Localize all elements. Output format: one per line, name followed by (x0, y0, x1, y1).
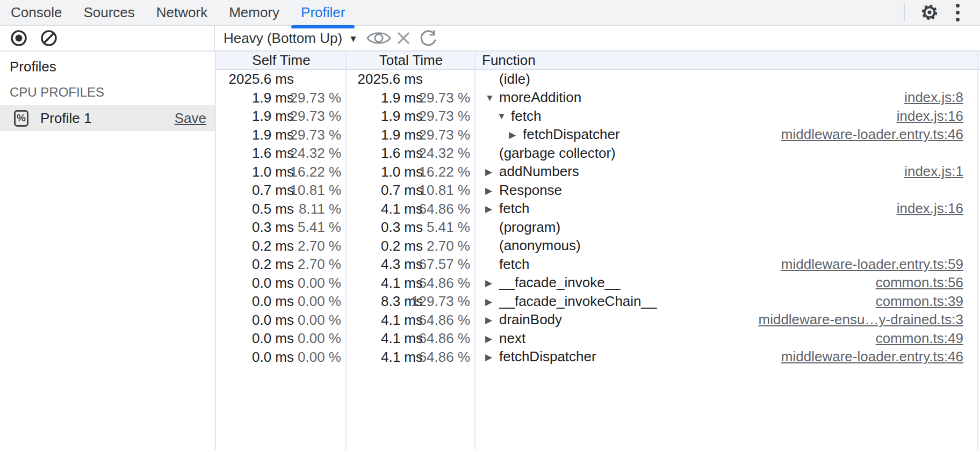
profile-table-row[interactable]: 0.5 ms 8.11 % 4.1 ms 64.86 % ▶ fetch ind… (216, 200, 980, 218)
expand-arrow-icon[interactable] (485, 78, 499, 79)
expand-arrow-icon[interactable]: ▶ (509, 128, 523, 141)
self-time-percent: 2.70 % (298, 237, 341, 256)
profile-table-row[interactable]: 1.9 ms 29.73 % 1.9 ms 29.73 % ▼ moreAddi… (216, 89, 980, 107)
tab-label: Memory (229, 4, 279, 21)
total-time-value: 1.9 ms (381, 89, 423, 107)
profile-table-row[interactable]: 0.0 ms 0.00 % 4.1 ms 64.86 % ▶ drainBody… (216, 311, 980, 330)
self-time-percent: 0.00 % (298, 329, 341, 348)
view-mode-label: Heavy (Bottom Up) (224, 30, 342, 47)
self-time-value: 0.2 ms (252, 255, 294, 274)
profile-table-row[interactable]: 0.2 ms 2.70 % 0.2 ms 2.70 % (anonymous) (216, 237, 980, 256)
total-time-cell: 8.3 ms 129.73 % (347, 292, 475, 311)
column-divider[interactable] (345, 52, 347, 450)
function-name: fetch (499, 256, 529, 273)
column-header-self-time[interactable]: Self Time (216, 52, 347, 69)
total-time-cell: 2025.6 ms (347, 70, 475, 89)
self-time-percent: 5.41 % (298, 218, 341, 237)
record-button[interactable] (6, 26, 31, 50)
function-name: (garbage collector) (499, 145, 616, 162)
source-link[interactable]: middleware-loader.entry.ts:46 (781, 348, 980, 365)
expand-arrow-icon[interactable]: ▶ (485, 276, 499, 289)
clear-profiles-button[interactable] (37, 26, 61, 50)
devtools-tab[interactable]: Sources (73, 0, 145, 25)
function-name: (idle) (499, 71, 530, 88)
source-link[interactable]: middleware-loader.entry.ts:59 (781, 256, 980, 273)
more-options-button[interactable] (943, 0, 971, 25)
profile-table-row[interactable]: 2025.6 ms 2025.6 ms (idle) (216, 70, 980, 89)
devtools-tab[interactable]: Console (0, 0, 73, 25)
total-time-percent: 64.86 % (419, 329, 470, 348)
total-time-percent: 29.73 % (419, 107, 470, 126)
profile-table-row[interactable]: 0.3 ms 5.41 % 0.3 ms 5.41 % (program) (216, 218, 980, 237)
cpu-profiles-section-heading: CPU PROFILES (0, 79, 215, 105)
expand-arrow-icon[interactable]: ▶ (485, 202, 499, 215)
devtools-tab[interactable]: Network (146, 0, 218, 25)
expand-arrow-icon[interactable]: ▶ (485, 184, 499, 196)
expand-arrow-icon[interactable]: ▶ (485, 351, 499, 363)
sidebar-item-profile-1[interactable]: % Profile 1 Save (0, 105, 215, 131)
devtools-tab[interactable]: Profiler (290, 0, 356, 25)
function-name: fetch (499, 200, 529, 217)
total-time-percent: 64.86 % (419, 311, 470, 330)
profile-table-row[interactable]: 0.0 ms 0.00 % 8.3 ms 129.73 % ▶ __facade… (216, 292, 980, 311)
devtools-tab[interactable]: Memory (218, 0, 290, 25)
source-link[interactable]: index.js:1 (904, 163, 980, 180)
grid-body: 2025.6 ms 2025.6 ms (idle) (216, 70, 980, 366)
profile-name: Profile 1 (40, 110, 163, 127)
profile-table-row[interactable]: 0.2 ms 2.70 % 4.3 ms 67.57 % fetch middl… (216, 255, 980, 274)
source-link[interactable]: index.js:16 (897, 108, 980, 125)
source-link[interactable]: middleware-loader.entry.ts:46 (781, 126, 980, 143)
function-name: __facade_invoke__ (499, 274, 621, 291)
self-time-percent: 0.00 % (298, 311, 341, 330)
profile-table-row[interactable]: 1.6 ms 24.32 % 1.6 ms 24.32 % (garbage c… (216, 144, 980, 163)
expand-arrow-icon[interactable] (485, 264, 499, 265)
function-name: moreAddition (499, 89, 581, 106)
expand-arrow-icon[interactable] (485, 245, 499, 246)
profile-table-row[interactable]: 1.9 ms 29.73 % 1.9 ms 29.73 % ▶ fetchDis… (216, 126, 980, 144)
source-link[interactable]: common.ts:49 (876, 330, 980, 347)
expand-arrow-icon[interactable]: ▶ (485, 332, 499, 345)
expand-arrow-icon[interactable]: ▶ (485, 314, 499, 326)
restore-functions-button[interactable] (416, 26, 441, 50)
view-mode-dropdown[interactable]: Heavy (Bottom Up) ▼ (224, 30, 358, 47)
source-link[interactable]: common.ts:56 (876, 274, 980, 291)
profile-table-row[interactable]: 1.9 ms 29.73 % 1.9 ms 29.73 % ▼ fetch in… (216, 107, 980, 126)
source-link[interactable]: index.js:16 (897, 200, 980, 217)
profile-table-row[interactable]: 0.0 ms 0.00 % 4.1 ms 64.86 % ▶ next comm… (216, 329, 980, 348)
total-time-percent: 24.32 % (419, 144, 470, 163)
total-time-cell: 4.1 ms 64.86 % (347, 348, 475, 367)
self-time-value: 0.0 ms (252, 348, 294, 367)
self-time-value: 2025.6 ms (229, 70, 294, 89)
exclude-function-button[interactable] (391, 26, 416, 50)
self-time-value: 0.0 ms (252, 329, 294, 348)
column-header-function[interactable]: Function (475, 52, 980, 69)
function-name: (anonymous) (499, 237, 581, 254)
column-header-total-time[interactable]: Total Time (347, 52, 475, 69)
profile-table-row[interactable]: 0.7 ms 10.81 % 0.7 ms 10.81 % ▶ Response (216, 181, 980, 200)
focus-function-button[interactable] (366, 26, 391, 50)
expand-arrow-icon[interactable]: ▶ (485, 295, 499, 308)
self-time-cell: 1.6 ms 24.32 % (216, 144, 347, 163)
self-time-percent: 29.73 % (290, 89, 341, 107)
source-link[interactable]: index.js:8 (904, 89, 980, 106)
eye-icon (366, 30, 391, 47)
total-time-cell: 4.1 ms 64.86 % (347, 274, 475, 293)
profile-table-row[interactable]: 0.0 ms 0.00 % 4.1 ms 64.86 % ▶ fetchDisp… (216, 348, 980, 367)
self-time-value: 0.3 ms (252, 218, 294, 237)
self-time-cell: 1.0 ms 16.22 % (216, 163, 347, 181)
expand-arrow-icon[interactable] (485, 227, 499, 228)
expand-arrow-icon[interactable] (485, 152, 499, 154)
expand-arrow-icon[interactable]: ▼ (485, 92, 499, 104)
profile-table-row[interactable]: 0.0 ms 0.00 % 4.1 ms 64.86 % ▶ __facade_… (216, 274, 980, 293)
total-time-percent: 67.57 % (419, 255, 470, 274)
source-link[interactable]: common.ts:39 (876, 293, 980, 310)
expand-arrow-icon[interactable]: ▶ (485, 165, 499, 178)
profile-table-row[interactable]: 1.0 ms 16.22 % 1.0 ms 16.22 % ▶ addNumbe… (216, 163, 980, 181)
total-time-cell: 4.3 ms 67.57 % (347, 255, 475, 274)
source-link[interactable]: middleware-ensu…y-drained.ts:3 (758, 311, 980, 328)
chevron-down-icon: ▼ (349, 32, 358, 45)
settings-button[interactable] (916, 0, 943, 25)
save-profile-link[interactable]: Save (175, 110, 206, 127)
expand-arrow-icon[interactable]: ▼ (497, 110, 511, 122)
total-time-percent: 29.73 % (419, 89, 470, 107)
